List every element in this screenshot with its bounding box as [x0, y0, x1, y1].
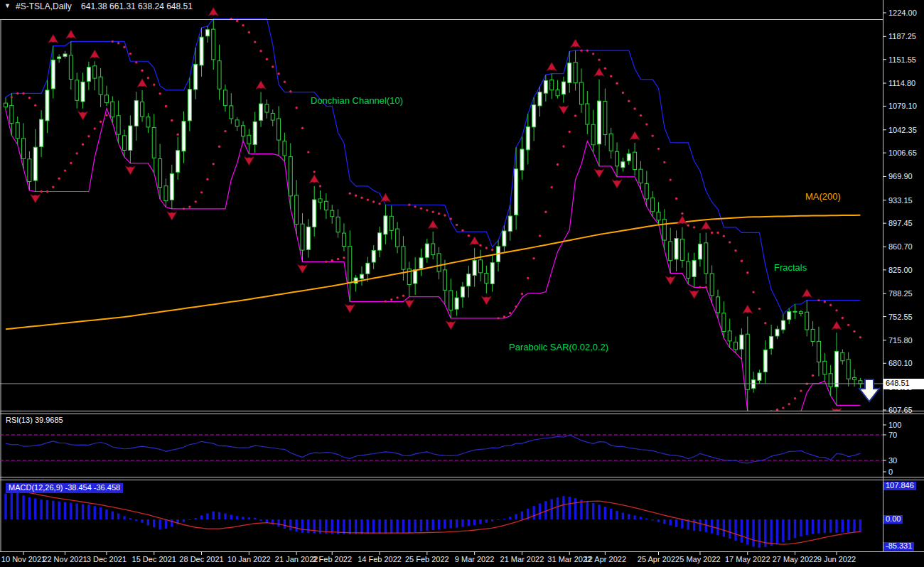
macd-hist-bar: [670, 519, 672, 525]
fractal-down-icon: [244, 157, 254, 166]
candle-body: [633, 152, 637, 169]
candle-body: [283, 141, 286, 156]
candle-body: [775, 329, 779, 336]
macd-hist-bar: [40, 500, 42, 519]
macd-hist-bar: [741, 519, 743, 543]
psar-dot: [343, 256, 345, 259]
macd-hist-bar: [248, 517, 250, 519]
macd-hist-bar: [349, 519, 351, 534]
candle-body: [170, 173, 173, 200]
psar-dot: [408, 204, 410, 206]
candle-body: [586, 104, 589, 124]
macd-hist-bar: [716, 519, 719, 535]
psar-dot: [544, 211, 547, 213]
psar-dot: [200, 191, 203, 193]
candle-body: [598, 101, 601, 144]
chart-dropdown-icon[interactable]: ▼: [4, 3, 11, 9]
psar-dot: [746, 271, 748, 274]
candle-body: [200, 37, 203, 65]
psar-dot: [385, 301, 387, 303]
macd-hist-bar: [473, 519, 476, 525]
psar-dot: [699, 286, 701, 288]
candle-body: [811, 329, 815, 341]
candle-body: [503, 231, 506, 246]
macd-hist-bar: [450, 519, 452, 528]
fractal-up-icon: [66, 30, 76, 38]
psar-dot: [224, 130, 226, 132]
candle-body: [217, 61, 221, 90]
psar-dot: [622, 92, 624, 94]
candle-body: [823, 361, 827, 374]
macd-hist-bar: [117, 514, 119, 519]
fractal-up-icon: [701, 221, 711, 230]
macd-hist-bar: [557, 497, 559, 519]
macd-hist-bar: [640, 517, 642, 519]
candle-body: [63, 54, 67, 56]
candle-body: [722, 313, 726, 332]
macd-hist-bar: [842, 519, 844, 532]
candle-body: [289, 157, 292, 196]
candle-body: [117, 116, 120, 134]
fractal-up-icon: [594, 68, 604, 77]
psar-dot: [776, 409, 778, 411]
psar-dot: [782, 406, 784, 409]
title-bar: #S-TSLA,Daily 641.38 661.31 638.24 648.5…: [16, 2, 193, 11]
time-axis[interactable]: [0, 551, 924, 567]
candle-body: [805, 312, 809, 330]
candle-body: [859, 381, 862, 384]
psar-dot: [213, 163, 215, 165]
psar-dot: [670, 178, 672, 180]
candle-body: [687, 261, 690, 278]
candle-body: [437, 254, 441, 271]
symbol-title: #S-TSLA,Daily: [16, 1, 72, 11]
candle-body: [301, 224, 304, 250]
candle-body: [182, 122, 186, 151]
fractal-down-icon: [446, 321, 456, 330]
chart-canvas[interactable]: 1224.001187.251151.551114.801079.101042.…: [0, 0, 924, 567]
macd-hist-bar: [112, 512, 114, 519]
candle-body: [550, 80, 554, 90]
psar-dot: [100, 121, 102, 123]
ohlc-values: 641.38 661.31 638.24 648.51: [81, 1, 193, 11]
psar-dot: [479, 244, 481, 247]
candle-body: [799, 312, 802, 314]
candle-body: [508, 216, 512, 231]
psar-dot: [616, 82, 618, 85]
psar-dot: [259, 50, 262, 52]
macd-hist-bar: [503, 519, 505, 519]
macd-hist-bar: [497, 519, 499, 520]
psar-dot: [817, 299, 820, 301]
macd-hist-bar: [82, 504, 84, 519]
candle-body: [556, 90, 559, 96]
macd-hist-bar: [461, 519, 463, 527]
macd-hist-bar: [645, 519, 648, 519]
psar-dot: [651, 134, 653, 136]
macd-hist-bar: [355, 519, 357, 534]
psar-dot: [129, 53, 131, 55]
fractal-up-icon: [309, 175, 319, 183]
psar-dot: [123, 46, 125, 48]
psar-dot: [764, 322, 766, 324]
candle-body: [111, 102, 114, 117]
fractal-up-icon: [90, 50, 100, 58]
fractal-down-icon: [689, 290, 699, 298]
psar-dot: [117, 42, 119, 44]
macd-hist-bar: [28, 497, 31, 519]
fractal-up-icon: [630, 131, 640, 140]
macd-hist-bar: [301, 519, 303, 533]
macd-hist-bar: [693, 519, 695, 531]
fractal-down-icon: [345, 304, 355, 313]
candle-body: [188, 90, 191, 121]
candle-body: [532, 105, 536, 127]
psar-dot: [414, 205, 416, 207]
candle-body: [449, 291, 453, 310]
psar-dot: [741, 259, 743, 261]
macd-hist-bar: [699, 519, 701, 531]
psar-dot: [705, 286, 707, 288]
price-axis[interactable]: [883, 0, 924, 551]
macd-hist-bar: [752, 519, 754, 546]
macd-hist-bar: [532, 506, 534, 519]
psar-dot: [485, 247, 488, 249]
candle-body: [603, 102, 607, 135]
macd-hist-bar: [817, 519, 820, 534]
